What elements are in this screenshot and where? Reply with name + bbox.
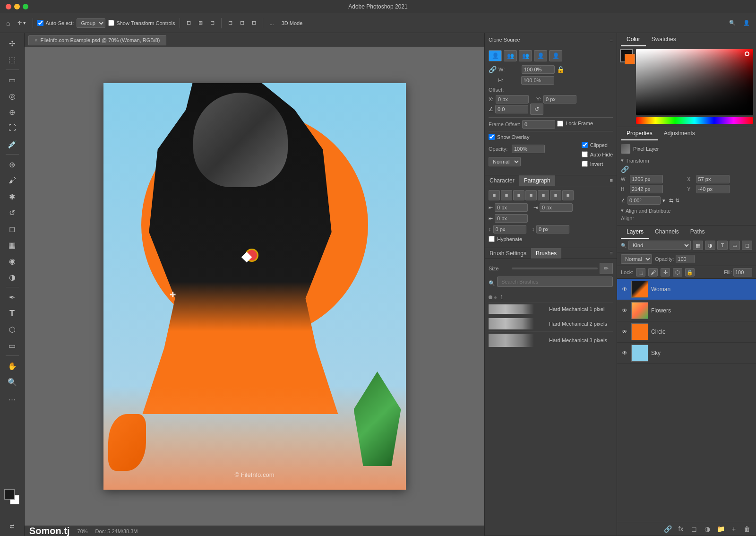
brush-item-1[interactable]: 1 — [489, 293, 613, 303]
bg-color-swatch[interactable] — [625, 54, 635, 64]
layer-circle[interactable]: 👁 Circle — [617, 321, 756, 343]
indent-first-input[interactable] — [495, 214, 528, 223]
more-options-btn[interactable]: ... — [267, 19, 276, 27]
brush-options-btn[interactable]: ✏ — [600, 263, 613, 274]
flip-h-icon[interactable]: ⇆ — [669, 198, 673, 204]
shape-tool[interactable]: ▭ — [5, 338, 20, 353]
layers-mode-select[interactable]: Normal — [621, 254, 652, 264]
move-tool-btn[interactable]: ✢ ▾ — [15, 18, 28, 27]
layer-flowers-visibility[interactable]: 👁 — [621, 307, 628, 314]
space-after-input[interactable] — [536, 225, 569, 233]
hyphenate-checkbox[interactable] — [489, 236, 495, 242]
angle-input[interactable] — [627, 196, 661, 205]
brush-search-input[interactable] — [497, 277, 613, 287]
tab-close-icon[interactable]: × — [34, 37, 37, 43]
clone-source-1[interactable]: 👤 — [489, 50, 502, 61]
user-btn[interactable]: 👤 — [741, 18, 752, 27]
indent-right-input[interactable] — [540, 203, 573, 212]
color-tab[interactable]: Color — [621, 33, 646, 46]
path-selection-tool[interactable]: ⬡ — [5, 322, 20, 337]
healing-brush-tool[interactable]: ⊕ — [5, 157, 20, 172]
blur-tool[interactable]: ◉ — [5, 253, 20, 268]
hand-tool[interactable]: ✋ — [5, 358, 20, 373]
brush-settings-tab[interactable]: Brush Settings — [485, 248, 531, 259]
swatches-tab[interactable]: Swatches — [646, 33, 682, 46]
lock-frame-checkbox[interactable] — [557, 121, 563, 127]
layers-kind-select[interactable]: Kind — [628, 241, 691, 250]
align-center-btn[interactable]: ⊠ — [196, 18, 205, 27]
extra-tool[interactable]: … — [5, 390, 20, 406]
close-button[interactable] — [6, 4, 11, 9]
new-layer-btn[interactable]: + — [729, 524, 739, 534]
justify-right-btn[interactable]: ≡ — [550, 190, 561, 200]
clone-stamp-tool[interactable]: ✱ — [5, 189, 20, 204]
paragraph-tab[interactable]: Paragraph — [519, 175, 555, 186]
eraser-tool[interactable]: ◻ — [5, 221, 20, 236]
opacity-input[interactable] — [512, 145, 545, 153]
brush-item-2[interactable]: Hard Mechanical 1 pixel — [489, 303, 613, 316]
align-center-text-btn[interactable]: ≡ — [501, 190, 512, 200]
align-collapse-icon[interactable]: ▾ — [621, 207, 624, 214]
tf-h-input[interactable] — [630, 185, 663, 193]
align-left-text-btn[interactable]: ≡ — [489, 190, 500, 200]
filter-type-btn[interactable]: T — [717, 241, 728, 250]
lock-position-btn[interactable]: ✢ — [661, 268, 670, 277]
delete-layer-btn[interactable]: 🗑 — [742, 524, 752, 534]
home-button[interactable]: ⌂ — [4, 18, 12, 28]
align-left-btn[interactable]: ⊟ — [184, 18, 193, 27]
lock-transparent-btn[interactable]: ⬚ — [636, 268, 645, 277]
clone-source-3[interactable]: 👥 — [519, 50, 532, 61]
space-before-input[interactable] — [493, 225, 526, 233]
invert-checkbox[interactable] — [582, 161, 588, 167]
clipped-checkbox[interactable] — [582, 142, 588, 148]
crop-tool[interactable]: ⛶ — [5, 121, 20, 136]
angle-dropdown-icon[interactable]: ▾ — [662, 198, 665, 204]
clone-w-input[interactable] — [522, 65, 555, 74]
clone-x-input[interactable] — [496, 95, 529, 104]
swap-colors-btn[interactable]: ⇄ — [10, 523, 14, 529]
justify-left-btn[interactable]: ≡ — [525, 190, 537, 200]
lock-all-btn[interactable]: 🔒 — [685, 268, 695, 277]
color-spectrum[interactable] — [636, 117, 753, 124]
type-tool[interactable]: T — [5, 306, 20, 321]
show-overlay-checkbox[interactable] — [489, 134, 495, 140]
layers-tab[interactable]: Layers — [621, 225, 649, 239]
filter-pixel-btn[interactable]: ▦ — [693, 241, 703, 250]
quick-select-tool[interactable]: ⊕ — [5, 104, 20, 120]
layer-circle-visibility[interactable]: 👁 — [621, 328, 628, 336]
filter-smart-btn[interactable]: ◻ — [742, 241, 752, 250]
align-middle-btn[interactable]: ⊟ — [238, 18, 247, 27]
clone-h-input[interactable] — [521, 76, 554, 85]
lasso-tool[interactable]: ◎ — [5, 88, 20, 104]
fg-color-swatch[interactable] — [620, 49, 633, 62]
opacity-value-input[interactable] — [676, 255, 695, 263]
align-bottom-btn[interactable]: ⊟ — [249, 18, 258, 27]
indent-left-input[interactable] — [495, 203, 528, 212]
minimize-button[interactable] — [14, 4, 20, 9]
auto-select-checkbox[interactable] — [37, 20, 43, 26]
filter-adj-btn[interactable]: ◑ — [705, 241, 715, 250]
paths-tab[interactable]: Paths — [685, 225, 711, 239]
filter-shape-btn[interactable]: ▭ — [730, 241, 740, 250]
eyedropper-tool[interactable]: 💉 — [5, 137, 20, 152]
search-btn[interactable]: 🔍 — [727, 18, 738, 27]
size-slider[interactable] — [512, 268, 598, 269]
layer-woman[interactable]: 👁 Woman — [617, 279, 756, 300]
clone-source-2[interactable]: 👥 — [504, 50, 517, 61]
3d-mode-btn[interactable]: 3D Mode — [279, 19, 305, 27]
fill-input[interactable] — [733, 268, 752, 277]
clone-source-5[interactable]: 👤 — [549, 50, 562, 61]
layer-flowers[interactable]: 👁 Flowers — [617, 300, 756, 321]
properties-tab[interactable]: Properties — [621, 127, 658, 140]
canvas-viewport[interactable]: © FileInfo.com ✚ — [25, 47, 484, 526]
clone-reset-btn[interactable]: ↺ — [530, 104, 543, 115]
maximize-button[interactable] — [23, 4, 28, 9]
clone-source-header[interactable]: Clone Source ≡ — [485, 33, 617, 46]
blend-mode-select[interactable]: Normal Multiply Screen — [489, 157, 521, 166]
auto-select-dropdown[interactable]: Group Layer — [77, 18, 105, 28]
brushes-tab[interactable]: Brushes — [531, 248, 561, 259]
clone-angle-input[interactable] — [495, 105, 528, 113]
layer-woman-visibility[interactable]: 👁 — [621, 285, 628, 293]
zoom-tool[interactable]: 🔍 — [5, 374, 20, 389]
history-brush-tool[interactable]: ↺ — [5, 205, 20, 220]
